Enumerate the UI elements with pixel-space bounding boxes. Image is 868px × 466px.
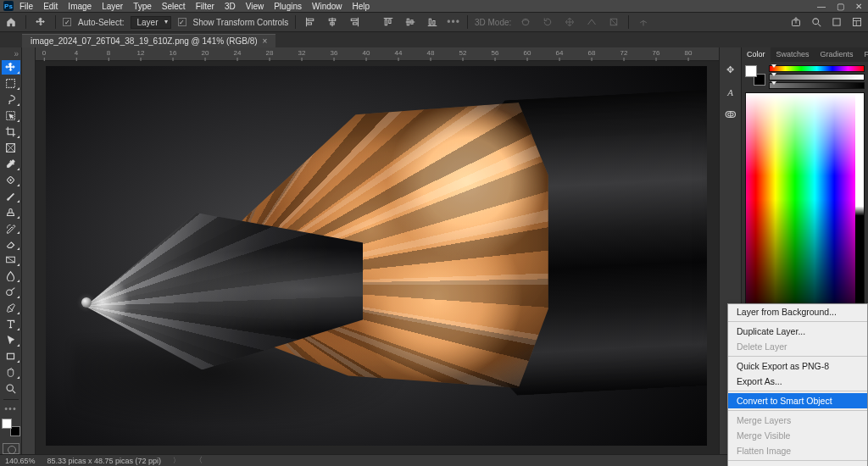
align-left-edges-icon[interactable] — [303, 14, 318, 30]
eyedropper-tool[interactable] — [2, 157, 20, 171]
menu-window[interactable]: Window — [308, 2, 347, 11]
more-align-options-icon[interactable]: ••• — [447, 16, 460, 28]
ruler-tick: 40 — [363, 49, 370, 57]
search-icon[interactable] — [809, 14, 824, 30]
hue-slider[interactable]: 0 — [769, 65, 865, 72]
document-tab-close-icon[interactable]: × — [263, 36, 268, 46]
quick-mask-toggle[interactable] — [3, 443, 19, 454]
window-maximize-button[interactable]: ▢ — [831, 0, 849, 12]
frame-tool[interactable] — [2, 141, 20, 155]
window-minimize-button[interactable]: — — [812, 0, 831, 12]
collapsed-panel-icon-2[interactable]: A — [727, 87, 733, 97]
cloud-docs-icon[interactable] — [829, 14, 844, 30]
align-bottom-edges-icon[interactable] — [425, 14, 440, 30]
brush-tool[interactable] — [2, 189, 20, 203]
move-tool[interactable] — [2, 60, 20, 75]
tab-color[interactable]: Color — [742, 47, 771, 62]
dodge-tool[interactable] — [2, 285, 20, 299]
ruler-tick: 32 — [298, 49, 306, 57]
status-info-chevron-icon[interactable]: 〉 — [173, 456, 180, 465]
status-scrub-left-icon[interactable]: 〈 — [195, 455, 203, 466]
saturation-slider[interactable]: 0% — [769, 74, 865, 80]
menu-type[interactable]: Type — [129, 2, 156, 11]
foreground-background-swatch[interactable] — [2, 419, 20, 436]
vertical-ruler[interactable] — [22, 47, 36, 454]
share-button-icon[interactable] — [788, 14, 804, 30]
lasso-tool[interactable] — [2, 92, 20, 107]
align-top-edges-icon[interactable] — [381, 14, 396, 30]
3d-slide-icon[interactable] — [584, 14, 599, 30]
menu-file[interactable]: File — [15, 2, 37, 11]
color-panel-fgbg-swatch[interactable] — [745, 65, 765, 86]
show-transform-checkbox[interactable] — [178, 18, 186, 26]
collapsed-panel-icon-1[interactable]: ✥ — [726, 64, 734, 75]
ruler-tick: 44 — [395, 49, 403, 57]
move-tool-indicator-icon[interactable] — [33, 14, 48, 30]
tab-patterns[interactable]: Patterns — [860, 47, 868, 62]
eraser-tool[interactable] — [2, 236, 20, 251]
brightness-slider[interactable]: 0% — [769, 82, 865, 89]
menu-view[interactable]: View — [242, 2, 269, 11]
context-menu-item[interactable]: Export As... — [728, 374, 867, 389]
auto-select-checkbox[interactable] — [63, 18, 71, 26]
history-brush-tool[interactable] — [2, 221, 20, 236]
menu-filter[interactable]: Filter — [192, 2, 219, 11]
workspace-switcher-icon[interactable] — [849, 14, 865, 30]
auto-select-target-dropdown[interactable]: Layer — [131, 16, 170, 29]
pen-tool[interactable] — [2, 301, 20, 315]
spot-healing-tool[interactable] — [2, 173, 20, 187]
context-menu-item[interactable]: Layer from Background... — [728, 304, 867, 319]
gradient-tool[interactable] — [2, 252, 20, 267]
menu-help[interactable]: Help — [348, 2, 375, 11]
align-horizontal-centers-icon[interactable] — [325, 14, 340, 30]
separator — [467, 15, 468, 29]
hand-tool[interactable] — [2, 365, 20, 380]
window-close-button[interactable]: ✕ — [849, 0, 868, 12]
color-spectrum-picker[interactable] — [745, 92, 865, 330]
canvas-area[interactable]: 048121620242832364044485256606468727680 — [22, 47, 719, 454]
doc-size-info[interactable]: 85.33 picas x 48.75 picas (72 ppi) — [47, 457, 162, 465]
edit-toolbar-icon[interactable]: ••• — [4, 403, 17, 413]
color-panel-fg-swatch[interactable] — [745, 65, 757, 77]
context-menu-item[interactable]: Quick Export as PNG-8 — [728, 358, 867, 374]
foreground-color-swatch[interactable] — [2, 419, 12, 429]
context-menu-item[interactable]: New 3D Layer from File... — [728, 463, 867, 466]
3d-pan-icon[interactable] — [562, 14, 577, 30]
align-right-edges-icon[interactable] — [347, 14, 362, 30]
path-selection-tool[interactable] — [2, 333, 20, 347]
context-menu-separator — [728, 410, 867, 411]
layer-context-menu[interactable]: Layer from Background...Duplicate Layer.… — [727, 303, 868, 466]
align-vertical-centers-icon[interactable] — [403, 14, 418, 30]
3d-scale-icon[interactable] — [606, 14, 621, 30]
context-menu-item[interactable]: Convert to Smart Object — [728, 393, 867, 408]
zoom-tool[interactable] — [2, 381, 20, 396]
marquee-tool[interactable] — [2, 76, 20, 91]
home-button[interactable] — [3, 14, 19, 30]
tools-collapse-icon[interactable]: » — [14, 49, 21, 58]
type-tool[interactable] — [2, 317, 20, 331]
blur-tool[interactable] — [2, 269, 20, 283]
context-menu-item[interactable]: Duplicate Layer... — [728, 324, 867, 339]
3d-orbit-icon[interactable] — [518, 14, 533, 30]
color-panel-tabs: Color Swatches Gradients Patterns — [742, 47, 868, 62]
document-tab[interactable]: image_2024_07_26T04_38_19_610Z.png @ 141… — [22, 34, 275, 47]
3d-axis-widget-icon[interactable] — [636, 14, 651, 30]
crop-tool[interactable] — [2, 125, 20, 139]
collapsed-panel-icon-3[interactable]: ↂ — [725, 109, 737, 120]
3d-roll-icon[interactable] — [540, 14, 555, 30]
bw-strip[interactable] — [855, 93, 864, 329]
tab-gradients[interactable]: Gradients — [815, 47, 859, 62]
menu-layer[interactable]: Layer — [97, 2, 127, 11]
zoom-level[interactable]: 140.65% — [5, 457, 36, 465]
tab-swatches[interactable]: Swatches — [771, 47, 815, 62]
horizontal-ruler[interactable]: 048121620242832364044485256606468727680 — [36, 47, 719, 61]
menu-3d[interactable]: 3D — [220, 2, 240, 11]
rectangle-tool[interactable] — [2, 349, 20, 363]
document-canvas[interactable] — [46, 66, 707, 446]
clone-stamp-tool[interactable] — [2, 205, 20, 219]
menu-select[interactable]: Select — [158, 2, 190, 11]
object-selection-tool[interactable] — [2, 108, 20, 123]
menu-plugins[interactable]: Plugins — [270, 2, 306, 11]
menu-image[interactable]: Image — [64, 2, 96, 11]
menu-edit[interactable]: Edit — [39, 2, 62, 11]
